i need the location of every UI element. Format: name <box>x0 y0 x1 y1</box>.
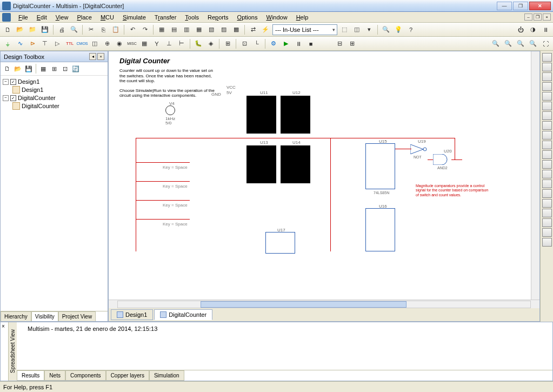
component-toolbar-2[interactable]: ◫ <box>351 24 362 35</box>
menu-edit[interactable]: Edit <box>32 13 51 22</box>
distortion-icon[interactable] <box>542 160 552 169</box>
tab-hierarchy[interactable]: Hierarchy <box>1 311 31 321</box>
schematic-canvas[interactable]: Digital Counter Counter will count up or… <box>109 51 531 300</box>
open-button[interactable]: 📂 <box>15 24 25 35</box>
oscilloscope-icon[interactable] <box>542 82 552 91</box>
wire-icon[interactable]: └ <box>251 38 262 49</box>
close-button[interactable]: ✕ <box>529 2 551 10</box>
checkbox-icon[interactable]: ✓ <box>10 95 16 101</box>
labview-icon[interactable] <box>542 228 552 237</box>
tree-child-digitalcounter[interactable]: DigitalCounter <box>3 102 105 110</box>
component-toolbar-3[interactable]: ▾ <box>364 24 375 35</box>
bode-plotter-icon[interactable] <box>542 102 552 110</box>
indicator-icon[interactable]: ◉ <box>114 38 125 49</box>
tree-root-design1[interactable]: − ✓ Design1 <box>3 78 105 85</box>
network-analyzer-icon[interactable] <box>542 180 552 188</box>
word-gen-icon[interactable] <box>542 121 552 130</box>
horizontal-scrollbar[interactable] <box>109 300 539 308</box>
menu-transfer[interactable]: Transfer <box>150 13 181 22</box>
pause-button[interactable]: ⏸ <box>293 38 304 49</box>
in-use-list-combo[interactable]: --- In-Use List --- <box>272 24 337 35</box>
zoom-area-button[interactable]: 🔍 <box>515 38 526 49</box>
4ch-scope-icon[interactable] <box>542 92 552 101</box>
undo-button[interactable]: ↶ <box>127 24 138 35</box>
electromech-icon[interactable]: Y <box>151 38 162 49</box>
menu-file[interactable]: File <box>14 13 32 22</box>
toggle-grapher-button[interactable]: ▤ <box>169 24 179 35</box>
new-button[interactable]: 🗋 <box>2 24 13 35</box>
ni-icon[interactable]: ⊥ <box>164 38 175 49</box>
menu-place[interactable]: Place <box>72 13 96 22</box>
save-button[interactable]: 💾 <box>39 24 50 35</box>
help-button[interactable]: 💡 <box>393 24 404 35</box>
toggle-spreadsheet-button[interactable]: ▦ <box>156 24 167 35</box>
power-icon[interactable]: MISC <box>126 38 137 49</box>
toolbox-ic3[interactable]: ⊡ <box>60 64 70 74</box>
info-button[interactable]: ? <box>405 24 416 35</box>
toggle-3d-button[interactable]: ▦ <box>194 24 204 35</box>
expand-icon[interactable]: − <box>3 95 9 101</box>
mdi-minimize[interactable]: – <box>524 14 532 21</box>
checkbox-icon[interactable]: ✓ <box>10 79 16 85</box>
minimize-button[interactable]: — <box>497 2 512 10</box>
spectrum-icon[interactable] <box>542 170 552 178</box>
logic-converter-icon[interactable] <box>542 141 552 149</box>
junction-icon[interactable]: ⊡ <box>239 38 250 49</box>
toolbox-close-button[interactable]: × <box>97 53 104 60</box>
mdi-close[interactable]: × <box>543 14 551 21</box>
scrollbar-thumb[interactable] <box>201 301 407 308</box>
spreadsheet-close-button[interactable]: × <box>1 322 8 381</box>
create-button[interactable]: ▨ <box>218 24 229 35</box>
menu-view[interactable]: View <box>51 13 73 22</box>
source-icon[interactable]: ⏚ <box>2 38 13 49</box>
zoom-in-button[interactable]: 🔍 <box>490 38 501 49</box>
cut-button[interactable]: ✂ <box>85 24 96 35</box>
tree-child-design1[interactable]: Design1 <box>3 85 105 94</box>
current-probe-icon[interactable] <box>542 238 552 247</box>
menu-tools[interactable]: Tools <box>181 13 203 22</box>
redo-button[interactable]: ↷ <box>139 24 150 35</box>
copy-button[interactable]: ⎘ <box>98 24 109 35</box>
maximize-button[interactable]: ❐ <box>513 2 528 10</box>
print-preview-button[interactable]: 🔍 <box>69 24 79 35</box>
zoom-out-button[interactable]: 🔍 <box>503 38 514 49</box>
pause-sim[interactable]: ⏸ <box>540 24 551 35</box>
sim-settings-1[interactable]: ⊟ <box>334 38 345 49</box>
toolbox-new-icon[interactable]: 🗋 <box>2 64 12 74</box>
menu-options[interactable]: Options <box>233 13 262 22</box>
mcu-icon[interactable]: 🐛 <box>193 38 204 49</box>
switch-button[interactable]: ⏻ <box>515 24 526 35</box>
design-tree[interactable]: − ✓ Design1 Design1 − ✓ DigitalCounter D… <box>1 76 108 311</box>
doc-tab-digitalcounter[interactable]: DigitalCounter <box>154 309 212 320</box>
misc-digital-icon[interactable]: ◫ <box>89 38 100 49</box>
toolbox-prev-button[interactable]: ◂ <box>89 53 96 60</box>
tab-results[interactable]: Results <box>17 370 44 381</box>
tree-root-digitalcounter[interactable]: − ✓ DigitalCounter <box>3 94 105 102</box>
basic-icon[interactable]: ∿ <box>15 38 25 49</box>
tek-scope-icon[interactable] <box>542 218 552 227</box>
sim-settings-2[interactable]: ⊞ <box>347 38 357 49</box>
toolbox-open-icon[interactable]: 📂 <box>13 64 23 74</box>
transistor-icon[interactable]: ⊤ <box>39 38 50 49</box>
tab-components[interactable]: Components <box>65 370 106 381</box>
forward-annotate-button[interactable]: ⇄ <box>248 24 258 35</box>
play-button[interactable]: ▶ <box>281 38 291 49</box>
menu-help[interactable]: Help <box>292 13 313 22</box>
stop-button[interactable]: ■ <box>305 38 316 49</box>
run-sim-button[interactable]: ⚙ <box>268 38 279 49</box>
toolbox-ic4[interactable]: 🔄 <box>71 64 81 74</box>
open-sample-button[interactable]: 📁 <box>27 24 38 35</box>
print-button[interactable]: 🖨 <box>56 24 67 35</box>
freq-counter-icon[interactable] <box>542 111 552 120</box>
agilent-gen-icon[interactable] <box>542 189 552 198</box>
tab-visibility[interactable]: Visibility <box>31 311 58 321</box>
toggle-netlist-button[interactable]: ▥ <box>181 24 192 35</box>
connector-icon[interactable]: ⊢ <box>176 38 187 49</box>
zoom-fit-button[interactable]: 🔍 <box>528 38 538 49</box>
toolbox-ic2[interactable]: ⊞ <box>49 64 59 74</box>
cmos-icon[interactable]: CMOS <box>77 38 88 49</box>
wattmeter-icon[interactable] <box>542 72 552 81</box>
tab-project-view[interactable]: Project View <box>58 311 96 321</box>
menu-mcu[interactable]: MCU <box>96 13 118 22</box>
hierarchy-icon[interactable]: ◈ <box>205 38 216 49</box>
